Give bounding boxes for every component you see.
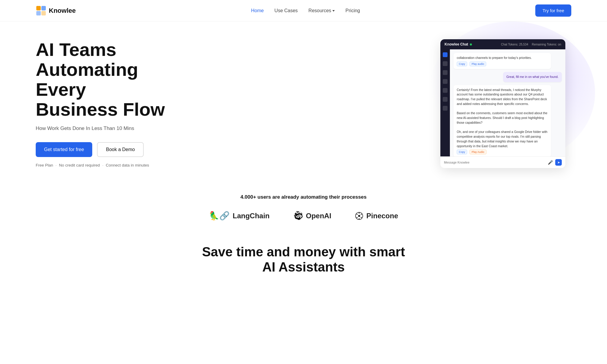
book-demo-button[interactable]: Book a Demo	[97, 142, 144, 157]
hero-buttons: Get started for free Book a Demo	[36, 142, 190, 157]
try-for-free-button[interactable]: Try for free	[535, 4, 571, 17]
logo-openai: OpenAI	[293, 211, 331, 221]
logo-langchain: 🦜🔗 LangChain	[209, 211, 270, 221]
send-button[interactable]: ➤	[555, 159, 562, 166]
badge-no-credit-card: No credit card required	[59, 163, 100, 167]
sidebar-icon-4[interactable]	[443, 79, 448, 84]
svg-rect-2	[36, 11, 41, 15]
chat-body: collaboration channels to prepare for to…	[440, 49, 565, 156]
svg-point-10	[359, 212, 360, 214]
social-proof-section: 4.000+ users are already automating thei…	[0, 180, 607, 227]
copy-button-1[interactable]: Copy	[457, 62, 467, 66]
hero-visual: Knowlee Chat Chat Tokens: 25,534 Remaini…	[428, 39, 571, 168]
bottom-section: Save time and money with smart AI Assist…	[0, 227, 607, 286]
chat-header: Knowlee Chat Chat Tokens: 25,534 Remaini…	[440, 39, 565, 49]
play-audio-button-1[interactable]: Play audio	[470, 62, 486, 66]
logos-row: 🦜🔗 LangChain OpenAI Pinecone	[36, 211, 571, 221]
logo-pinecone: Pinecone	[355, 212, 398, 220]
message-1-actions: Copy Play audio	[457, 62, 548, 66]
nav-home[interactable]: Home	[251, 8, 264, 13]
sidebar-icon-3[interactable]	[443, 70, 448, 75]
langchain-emoji: 🦜🔗	[209, 211, 230, 221]
hero-content: AI Teams Automating Every Business Flow …	[36, 40, 190, 167]
hero-badges: Free Plan · No credit card required · Co…	[36, 163, 190, 167]
svg-point-11	[359, 218, 360, 219]
svg-point-7	[361, 214, 362, 215]
badge-free-plan: Free Plan	[36, 163, 53, 167]
svg-point-5	[358, 215, 360, 217]
badge-connect-data: Connect data in minutes	[106, 163, 149, 167]
logo-text: Knowlee	[49, 7, 76, 15]
hero-title: AI Teams Automating Every Business Flow	[36, 40, 190, 120]
hero-subtitle: How Work Gets Done In Less Than 10 Mins	[36, 125, 190, 131]
get-started-button[interactable]: Get started for free	[36, 142, 92, 157]
hero-section: AI Teams Automating Every Business Flow …	[0, 21, 607, 180]
nav-resources[interactable]: Resources	[309, 8, 335, 13]
svg-point-6	[357, 214, 358, 215]
send-icon: ➤	[557, 161, 560, 164]
message-user-1: Great, fill me in on what you've found.	[503, 72, 562, 82]
svg-rect-0	[36, 6, 41, 10]
copy-button-2[interactable]: Copy	[457, 150, 467, 154]
sidebar-icon-6[interactable]	[443, 97, 448, 102]
social-proof-title: 4.000+ users are already automating thei…	[36, 194, 571, 200]
sidebar-icon-5[interactable]	[443, 88, 448, 93]
bottom-title: Save time and money with smart AI Assist…	[36, 244, 571, 274]
chat-messages: collaboration channels to prepare for to…	[450, 49, 565, 156]
sidebar-icon-2[interactable]	[443, 61, 448, 66]
chat-sidebar	[440, 49, 450, 156]
chat-footer: 🎤 ➤	[440, 156, 565, 168]
sidebar-icon-7[interactable]	[443, 106, 448, 111]
message-2: Certainly! From the latest email threads…	[453, 85, 551, 157]
openai-icon	[293, 211, 303, 221]
chat-window: Knowlee Chat Chat Tokens: 25,534 Remaini…	[440, 39, 565, 168]
chat-header-title: Knowlee Chat	[445, 42, 472, 46]
nav-pricing[interactable]: Pricing	[345, 8, 360, 13]
navbar: Knowlee Home Use Cases Resources Pricing…	[0, 0, 607, 21]
chat-status-indicator	[470, 43, 472, 46]
svg-point-9	[361, 217, 362, 218]
svg-rect-1	[41, 6, 46, 10]
svg-point-8	[357, 217, 358, 218]
nav-links: Home Use Cases Resources Pricing	[251, 8, 360, 13]
mic-icon[interactable]: 🎤	[548, 160, 553, 165]
play-audio-button-2[interactable]: Play Audio	[470, 150, 486, 154]
message-1: collaboration channels to prepare for to…	[453, 53, 551, 69]
logo[interactable]: Knowlee	[36, 5, 76, 16]
chat-input[interactable]	[444, 161, 545, 164]
chevron-down-icon	[332, 10, 335, 12]
sidebar-icon-1[interactable]	[443, 52, 448, 57]
nav-use-cases[interactable]: Use Cases	[274, 8, 298, 13]
pinecone-icon	[355, 212, 363, 220]
chat-tokens: Chat Tokens: 25,534 Remaining Tokens: on	[501, 43, 561, 46]
svg-rect-3	[41, 11, 46, 15]
message-2-actions: Copy Play Audio	[457, 150, 548, 154]
